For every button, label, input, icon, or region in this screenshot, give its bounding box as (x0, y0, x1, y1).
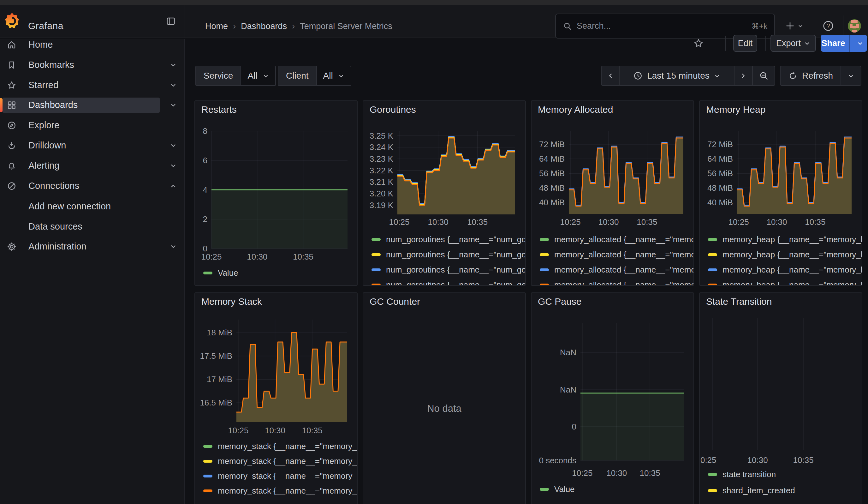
bell-icon (7, 161, 17, 171)
time-range-picker[interactable]: Last 15 minutes (619, 66, 734, 85)
legend-item[interactable]: num_goroutines {__name__="num_go (372, 250, 526, 260)
sidebar-item-home[interactable]: Home (0, 37, 185, 52)
avatar[interactable] (848, 19, 861, 32)
legend-item[interactable]: memory_heap {__name__="memory_h (708, 250, 862, 260)
svg-text:18 MiB: 18 MiB (207, 328, 232, 337)
edit-button[interactable]: Edit (733, 35, 757, 52)
grafana-logo[interactable] (5, 12, 19, 30)
legend-item[interactable]: Value (540, 484, 575, 494)
breadcrumb-item[interactable]: Home (205, 21, 228, 31)
sidebar-item-drilldown[interactable]: Drilldown (0, 138, 185, 153)
breadcrumb-separator: › (291, 21, 296, 31)
legend-item[interactable]: num_goroutines {__name__="num_go (372, 280, 526, 286)
chevron-down-icon[interactable] (170, 142, 177, 149)
add-new-icon[interactable] (785, 21, 795, 31)
svg-text:10:25: 10:25 (728, 217, 749, 227)
panel-state-transition: State Transition10:2510:3010:35state tra… (699, 292, 862, 504)
panel-goroutines: Goroutines3.25 K3.24 K3.23 K3.22 K3.21 K… (363, 101, 526, 286)
help-icon[interactable]: ? (822, 20, 834, 32)
chevron-down-icon[interactable] (170, 81, 177, 89)
legend-item[interactable]: memory_allocated {__name__="memo (540, 280, 694, 286)
refresh-button[interactable]: Refresh (781, 66, 840, 85)
svg-text:10:35: 10:35 (793, 455, 814, 465)
legend-color-marker (708, 473, 717, 476)
legend-label: memory_heap {__name__="memory_h (723, 265, 862, 275)
chevron-down-icon[interactable] (853, 40, 867, 47)
breadcrumb-item[interactable]: Temporal Server Metrics (300, 21, 392, 31)
var-label[interactable]: Client (278, 66, 316, 85)
svg-text:40 MiB: 40 MiB (707, 198, 733, 207)
sidebar-item-label: Starred (28, 80, 59, 90)
time-range-forward-button[interactable] (734, 66, 753, 85)
legend-color-marker (708, 268, 717, 271)
legend-item[interactable]: memory_allocated {__name__="memo (540, 250, 694, 260)
legend-color-marker (708, 284, 717, 286)
legend-item[interactable]: memory_stack {__name__="memory_s (203, 456, 358, 466)
legend-item[interactable]: num_goroutines {__name__="num_go (372, 235, 526, 245)
sidebar-item-label: Explore (28, 120, 59, 131)
svg-text:10:25: 10:25 (700, 455, 716, 465)
legend-item[interactable]: memory_allocated {__name__="memo (540, 235, 694, 245)
var-label[interactable]: Service (196, 66, 240, 85)
sidebar-item-label: Connections (28, 181, 79, 191)
sidebar-item-administration[interactable]: Administration (0, 239, 185, 254)
legend-item[interactable]: Value (203, 268, 238, 278)
sidebar-item-connections[interactable]: Connections (0, 178, 185, 194)
sidebar-toggle-icon[interactable] (166, 16, 176, 26)
no-data-message: No data (363, 403, 525, 414)
legend-color-marker (540, 238, 549, 241)
svg-text:0 seconds: 0 seconds (539, 456, 576, 465)
chevron-down-icon[interactable] (798, 23, 803, 29)
share-button[interactable]: Share (821, 35, 867, 52)
sidebar-nav: HomeBookmarksStarredDashboardsExploreDri… (0, 39, 185, 504)
panel-gc-pause: GC PauseNaNNaN00 seconds10:2510:3010:35V… (531, 292, 694, 504)
panel-title[interactable]: GC Counter (370, 296, 420, 307)
legend-item[interactable]: memory_heap {__name__="memory_h (708, 280, 862, 286)
chevron-down-icon[interactable] (170, 61, 177, 68)
var-value-dropdown[interactable]: All (240, 66, 275, 85)
favorite-star-icon[interactable] (693, 38, 704, 49)
refresh-interval-dropdown[interactable] (840, 66, 861, 85)
legend-item[interactable]: memory_stack {__name__="memory_s (203, 442, 358, 451)
export-button[interactable]: Export (771, 35, 816, 52)
svg-text:10:25: 10:25 (572, 468, 592, 478)
sidebar-item-starred[interactable]: Starred (0, 78, 185, 93)
legend-item[interactable]: memory_allocated {__name__="memo (540, 265, 694, 275)
legend-item[interactable]: memory_heap {__name__="memory_h (708, 265, 862, 275)
legend-item[interactable]: memory_heap {__name__="memory_h (708, 235, 862, 245)
svg-text:10:30: 10:30 (766, 217, 787, 227)
window-chrome-strip (0, 0, 868, 5)
legend-item[interactable]: shard_item_created (708, 486, 795, 495)
svg-text:10:35: 10:35 (805, 217, 825, 227)
sidebar-item-add-new-connection[interactable]: Add new connection (0, 199, 185, 214)
sidebar-item-alerting[interactable]: Alerting (0, 158, 185, 173)
legend-item[interactable]: num_goroutines {__name__="num_go (372, 265, 526, 275)
sidebar-item-explore[interactable]: Explore (0, 118, 185, 133)
breadcrumb-item[interactable]: Dashboards (241, 21, 287, 31)
legend-label: num_goroutines {__name__="num_go (386, 250, 526, 260)
sidebar-item-data-sources[interactable]: Data sources (0, 219, 185, 234)
connections-icon (7, 181, 17, 191)
legend-label: state transition (723, 470, 776, 480)
svg-text:72 MiB: 72 MiB (707, 140, 733, 149)
chevron-up-icon[interactable] (170, 182, 177, 189)
var-value-dropdown[interactable]: All (316, 66, 351, 85)
svg-text:3.22 K: 3.22 K (370, 166, 394, 175)
zoom-out-icon[interactable] (753, 66, 775, 85)
chart-gc-pause[interactable]: NaNNaN00 seconds10:2510:3010:35 (531, 293, 694, 504)
legend-item[interactable]: state transition (708, 470, 776, 480)
breadcrumb: Home›Dashboards›Temporal Server Metrics (205, 21, 392, 31)
time-range-back-button[interactable] (602, 66, 619, 85)
chevron-down-icon[interactable] (170, 162, 177, 169)
legend-item[interactable]: memory_stack {__name__="memory_s (203, 471, 358, 481)
legend-label: memory_stack {__name__="memory_s (218, 471, 358, 481)
chevron-down-icon[interactable] (170, 101, 177, 108)
chevron-down-icon[interactable] (170, 243, 177, 250)
chart-restarts[interactable]: 8642010:2510:3010:35 (195, 101, 358, 286)
sidebar-item-dashboards[interactable]: Dashboards (0, 97, 185, 113)
legend-item[interactable]: memory_stack {__name__="memory_s (203, 486, 358, 496)
svg-text:3.19 K: 3.19 K (370, 200, 394, 210)
legend-label: memory_heap {__name__="memory_h (723, 250, 862, 260)
sidebar-item-bookmarks[interactable]: Bookmarks (0, 58, 185, 73)
panel-gc-counter: GC CounterNo data (363, 292, 526, 504)
